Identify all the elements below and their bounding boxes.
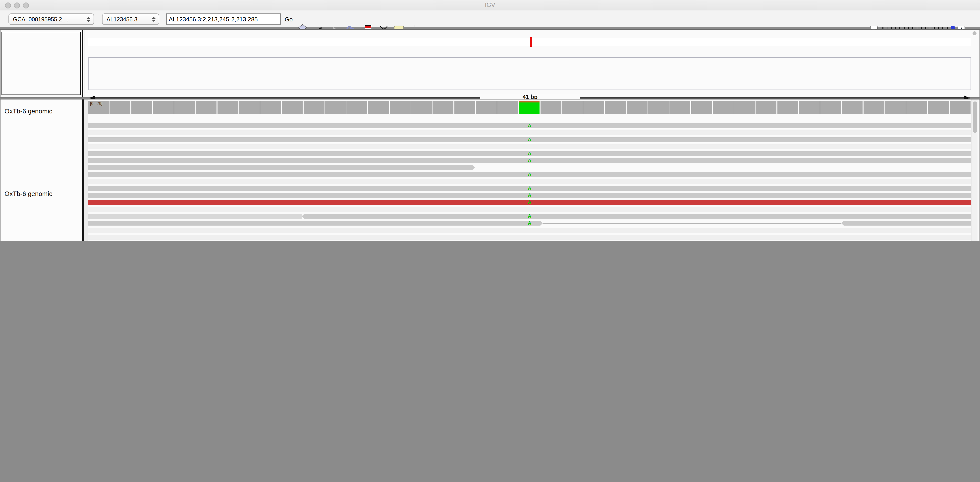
coverage-bar[interactable] — [906, 101, 927, 114]
coverage-bar[interactable] — [734, 101, 755, 114]
coverage-bar[interactable] — [110, 101, 130, 114]
chevron-updown-icon — [152, 17, 156, 22]
coverage-bar[interactable] — [799, 101, 820, 114]
locus-input-value: AL123456.3:2,213,245-2,213,285 — [169, 16, 258, 23]
empty-read-row — [88, 144, 971, 149]
snp-base-letter: A — [525, 221, 535, 225]
coverage-bar[interactable] — [347, 101, 368, 114]
chromosome-ideogram[interactable] — [88, 39, 971, 45]
coverage-bar[interactable] — [131, 101, 152, 114]
coverage-bar[interactable] — [605, 101, 626, 114]
chromosome-select[interactable]: AL123456.3 — [102, 13, 159, 25]
header-name-panel — [2, 32, 81, 95]
coverage-bar[interactable] — [239, 101, 260, 114]
genome-select-value: GCA_000195955.2_... — [13, 16, 84, 22]
coverage-bar[interactable] — [713, 101, 733, 114]
snp-base-letter: A — [525, 193, 535, 198]
scrollbar-thumb[interactable] — [973, 101, 977, 133]
coverage-bar[interactable] — [454, 101, 475, 114]
genome-select[interactable]: GCA_000195955.2_... — [8, 13, 94, 25]
empty-read-row — [88, 235, 971, 239]
coverage-bar[interactable] — [670, 101, 690, 114]
panel-divider[interactable] — [84, 30, 85, 97]
attribute-gutter — [83, 100, 88, 241]
window-titlebar: IGV — [0, 0, 980, 11]
aligned-read[interactable] — [88, 221, 543, 225]
coverage-bar[interactable] — [928, 101, 949, 114]
track-label-oxtb6-coverage[interactable]: OxTb-6 genomic — [5, 108, 52, 115]
window-title: IGV — [0, 2, 980, 8]
coverage-bar[interactable] — [756, 101, 777, 114]
empty-read-row — [88, 179, 971, 184]
snp-base-letter: A — [525, 200, 535, 205]
coverage-bar[interactable] — [433, 101, 453, 114]
locus-input[interactable]: AL123456.3:2,213,245-2,213,285 — [166, 13, 281, 25]
coverage-bar[interactable] — [174, 101, 195, 114]
aligned-read[interactable] — [302, 214, 971, 219]
go-button[interactable]: Go — [285, 16, 293, 23]
ideogram-position-marker — [530, 37, 532, 47]
coverage-bar[interactable] — [519, 101, 540, 114]
track-label-oxtb6-alignments[interactable]: OxTb-6 genomic — [5, 190, 52, 198]
coverage-bar[interactable] — [648, 101, 669, 114]
main-toolbar: GCA_000195955.2_... AL123456.3 AL123456.… — [0, 10, 980, 29]
locus-header-panel: 41 bp 2,213,250 bp2,213,260 bp2,213,270 … — [0, 29, 980, 97]
coverage-range-label: [0 - 79] — [90, 101, 103, 106]
coverage-bar[interactable] — [583, 101, 604, 114]
track-name-panel: OxTb-6 genomic OxTb-6 genomic — [0, 100, 82, 241]
aligned-read[interactable] — [841, 221, 971, 225]
coverage-bar[interactable] — [863, 101, 884, 114]
empty-read-row — [88, 130, 971, 135]
empty-read-row — [88, 228, 971, 233]
coverage-bar[interactable] — [390, 101, 410, 114]
coverage-variant-cap — [519, 101, 540, 102]
coverage-bar[interactable] — [950, 101, 970, 114]
coverage-bar[interactable] — [217, 101, 238, 114]
coverage-bar[interactable] — [196, 101, 217, 114]
coverage-bar[interactable] — [260, 101, 281, 114]
coverage-bar[interactable] — [820, 101, 841, 114]
coverage-bar[interactable] — [777, 101, 798, 114]
coverage-bar[interactable] — [885, 101, 906, 114]
coverage-bar[interactable] — [476, 101, 497, 114]
aligned-read[interactable] — [88, 165, 475, 170]
snp-base-letter: A — [525, 137, 535, 142]
ruler[interactable]: 41 bp 2,213,250 bp2,213,260 bp2,213,270 … — [88, 57, 971, 90]
chevron-updown-icon — [87, 17, 91, 22]
scrollbar[interactable] — [972, 100, 977, 241]
snp-base-letter: A — [525, 124, 535, 128]
header-scrollbar-thumb[interactable] — [972, 31, 977, 35]
snp-base-letter: A — [525, 214, 535, 219]
coverage-bar[interactable] — [282, 101, 303, 114]
coverage-bar[interactable] — [691, 101, 712, 114]
snp-base-letter: A — [525, 186, 535, 191]
coverage-bar[interactable] — [153, 101, 174, 114]
coverage-bar[interactable] — [325, 101, 346, 114]
chromosome-select-value: AL123456.3 — [107, 16, 149, 22]
coverage-bar[interactable] — [303, 101, 324, 114]
coverage-bar[interactable] — [842, 101, 863, 114]
mate-pair-line — [543, 223, 841, 224]
coverage-bar[interactable] — [411, 101, 432, 114]
coverage-bar[interactable] — [540, 101, 561, 114]
snp-base-letter: A — [525, 172, 535, 177]
aligned-read[interactable] — [88, 214, 302, 219]
coverage-bar[interactable] — [368, 101, 389, 114]
snp-base-letter: A — [525, 158, 535, 163]
track-panel-oxtb6: OxTb-6 genomic OxTb-6 genomic AAAAAAAAAA… — [0, 99, 980, 241]
panel-divider[interactable] — [82, 30, 83, 97]
empty-read-row — [88, 207, 971, 212]
coverage-bar[interactable] — [626, 101, 647, 114]
coverage-bar[interactable] — [562, 101, 583, 114]
coverage-bar[interactable] — [497, 101, 518, 114]
snp-base-letter: A — [525, 151, 535, 156]
igv-window: IGV GCA_000195955.2_... AL123456.3 AL123… — [0, 0, 980, 241]
